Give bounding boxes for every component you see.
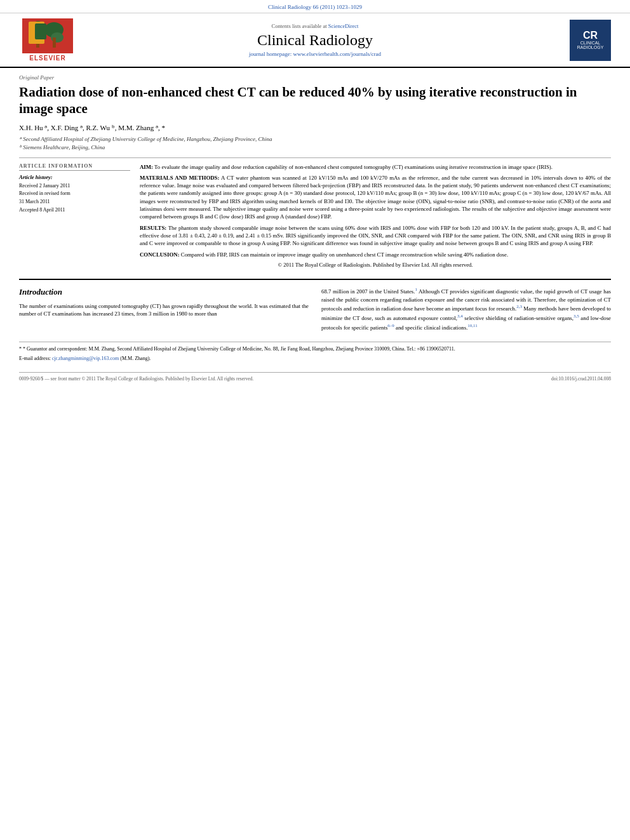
- cr-logo-letters: CR: [583, 30, 598, 41]
- bottom-bar: 0009-9260/$ — see front matter © 2011 Th…: [19, 372, 611, 382]
- elsevier-logo-area: ELSEVIER: [19, 18, 76, 62]
- conclusion-label: CONCLUSION:: [140, 251, 180, 258]
- results-label: RESULTS:: [140, 225, 166, 231]
- cr-logo-bottom: RADIOLOGY: [577, 45, 604, 50]
- footnotes-area: * * Guarantor and correspondent: M.M. Zh…: [19, 342, 611, 363]
- intro-right-col: 68.7 million in 2007 in the United State…: [321, 286, 611, 335]
- authors-line: X.H. Hu ᵃ, X.F. Ding ᵃ, R.Z. Wu ᵇ, M.M. …: [19, 124, 611, 132]
- copyright-line: © 2011 The Royal College of Radiologists…: [140, 262, 611, 269]
- intro-two-col: Introduction The number of examinations …: [19, 286, 611, 335]
- received-revised-label: Received in revised form: [19, 190, 130, 198]
- cr-logo-area: CR CLINICAL RADIOLOGY: [554, 20, 611, 61]
- svg-rect-5: [53, 37, 56, 48]
- email-suffix: (M.M. Zhang).: [119, 356, 151, 361]
- received-date: Received 2 January 2011: [19, 182, 130, 190]
- bottom-doi: doi:10.1016/j.crad.2011.04.008: [551, 376, 611, 382]
- journal-name-area: Contents lists available at ScienceDirec…: [76, 23, 554, 57]
- introduction-section: Introduction The number of examinations …: [19, 279, 611, 382]
- ref1: 1: [415, 287, 417, 292]
- article-history-label: Article history:: [19, 174, 130, 180]
- email-link[interactable]: cjr.zhangminming@vip.163.com: [52, 356, 119, 361]
- affil-a: ᵃ Second Affiliated Hospital of Zhejiang…: [19, 135, 611, 144]
- bottom-copyright: 0009-9260/$ — see front matter © 2011 Th…: [19, 376, 253, 382]
- ref35: 3,5: [573, 314, 579, 319]
- journal-citation: Clinical Radiology 66 (2011) 1023–1029: [268, 4, 362, 10]
- article-info-header: ARTICLE INFORMATION: [19, 163, 130, 171]
- abstract-conclusion: CONCLUSION: Compared with FBP, IRIS can …: [140, 251, 611, 258]
- article-info-column: ARTICLE INFORMATION Article history: Rec…: [19, 163, 130, 269]
- elsevier-logo-image: [22, 18, 73, 53]
- elsevier-logo: ELSEVIER: [19, 18, 76, 62]
- authors-text: X.H. Hu ᵃ, X.F. Ding ᵃ, R.Z. Wu ᵇ, M.M. …: [19, 124, 165, 131]
- abstract-results: RESULTS: The phantom study showed compar…: [140, 224, 611, 248]
- journal-citation-bar: Clinical Radiology 66 (2011) 1023–1029: [0, 0, 630, 13]
- sciencedirect-line: Contents lists available at ScienceDirec…: [76, 23, 554, 29]
- ref1011: 10,11: [467, 323, 478, 328]
- svg-rect-0: [22, 18, 73, 53]
- abstract-aim: AIM: To evaluate the image quality and d…: [140, 163, 611, 171]
- article-type: Original Paper: [19, 74, 611, 81]
- intro-para1: The number of examinations using compute…: [19, 302, 309, 319]
- intro-para2: 68.7 million in 2007 in the United State…: [321, 286, 611, 331]
- intro-left-col: Introduction The number of examinations …: [19, 286, 309, 335]
- revised-date: 31 March 2011: [19, 198, 130, 206]
- footnote-star: * * Guarantor and correspondent: M.M. Zh…: [19, 345, 611, 353]
- footnote-email: E-mail address: cjr.zhangminming@vip.163…: [19, 355, 611, 363]
- journal-url-link[interactable]: www.elsevierhealth.com/journals/crad: [293, 51, 381, 57]
- affil-b: ᵇ Siemens Healthcare, Beijing, China: [19, 143, 611, 152]
- journal-header: ELSEVIER Contents lists available at Sci…: [0, 13, 630, 68]
- cr-logo: CR CLINICAL RADIOLOGY: [570, 20, 611, 61]
- ref34: 3,4: [457, 314, 463, 319]
- results-text: The phantom study showed comparable imag…: [140, 225, 611, 247]
- ref23: 2,3: [516, 304, 522, 309]
- article-title: Radiation dose of non-enhanced chest CT …: [19, 84, 611, 117]
- abstract-section: ARTICLE INFORMATION Article history: Rec…: [19, 163, 611, 269]
- journal-title: Clinical Radiology: [76, 32, 554, 49]
- abstract-column: AIM: To evaluate the image quality and d…: [140, 163, 611, 269]
- elsevier-tree-icon: [22, 18, 73, 53]
- intro-heading: Introduction: [19, 286, 309, 298]
- divider: [19, 157, 611, 158]
- email-label: E-mail address:: [19, 356, 52, 361]
- aim-text: To evaluate the image quality and dose r…: [154, 164, 553, 170]
- affiliations: ᵃ Second Affiliated Hospital of Zhejiang…: [19, 135, 611, 152]
- footnote-star-text: * Guarantor and correspondent: M.M. Zhan…: [23, 346, 455, 352]
- methods-text: A CT water phantom was scanned at 120 kV…: [140, 175, 611, 220]
- sciencedirect-link[interactable]: ScienceDirect: [328, 23, 359, 29]
- main-content: Original Paper Radiation dose of non-enh…: [0, 68, 630, 391]
- aim-label: AIM:: [140, 164, 153, 170]
- abstract-methods: MATERIALS AND METHODS: A CT water phanto…: [140, 174, 611, 221]
- ref6-9: 6–9: [387, 323, 394, 328]
- elsevier-wordmark: ELSEVIER: [29, 55, 65, 62]
- svg-rect-2: [36, 36, 39, 48]
- cr-logo-top: CLINICAL: [580, 41, 601, 45]
- conclusion-text: Compared with FBP, IRIS can maintain or …: [181, 251, 508, 258]
- accepted-date: Accepted 8 April 2011: [19, 206, 130, 215]
- methods-label: MATERIALS AND METHODS:: [140, 175, 219, 181]
- journal-url: journal homepage: www.elsevierhealth.com…: [76, 51, 554, 57]
- svg-point-1: [30, 21, 46, 41]
